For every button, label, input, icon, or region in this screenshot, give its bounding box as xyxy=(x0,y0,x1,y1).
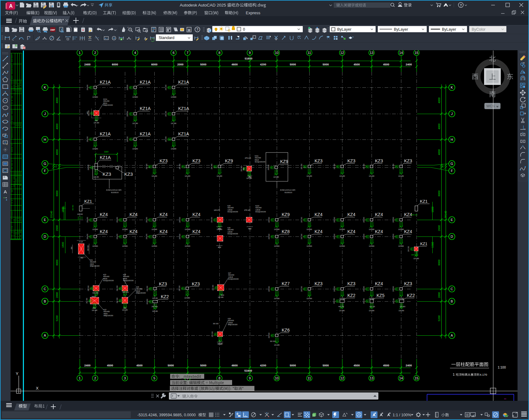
svg-text:325 225: 325 225 xyxy=(122,291,129,293)
svg-text:3: 3 xyxy=(124,376,126,380)
svg-text:KZ4: KZ4 xyxy=(375,212,383,217)
svg-text:KZ4: KZ4 xyxy=(375,281,383,286)
svg-text:12Φ18: 12Φ18 xyxy=(228,322,233,324)
svg-text:200 200: 200 200 xyxy=(146,234,148,239)
svg-text:KZ1A: KZ1A xyxy=(178,106,189,111)
svg-text:8Φ18: 8Φ18 xyxy=(136,290,140,292)
svg-text:51600: 51600 xyxy=(245,57,252,60)
svg-text:4000: 4000 xyxy=(55,123,59,129)
svg-text:10: 10 xyxy=(275,51,279,55)
svg-text:120 280: 120 280 xyxy=(274,298,280,299)
svg-text:Φ10@100/200: Φ10@100/200 xyxy=(227,233,238,235)
svg-text:KZ4: KZ4 xyxy=(192,212,201,217)
svg-text:KZ1A: KZ1A xyxy=(140,131,151,136)
svg-text:120 280: 120 280 xyxy=(339,310,345,312)
svg-text:KZ1A: KZ1A xyxy=(140,106,151,111)
svg-text:340: 340 xyxy=(442,165,444,168)
svg-text:Φ10@100/200: Φ10@100/200 xyxy=(103,280,114,281)
svg-text:K: K xyxy=(451,86,453,89)
svg-text:200 200: 200 200 xyxy=(333,217,335,223)
svg-text:4Φ25: 4Φ25 xyxy=(104,313,108,315)
svg-text:200 200: 200 200 xyxy=(86,298,88,303)
svg-text:4500: 4500 xyxy=(136,364,143,367)
svg-text:200 200: 200 200 xyxy=(179,217,181,223)
svg-text:?: ? xyxy=(196,28,198,31)
svg-text:400: 400 xyxy=(95,120,98,122)
svg-text:120 280: 120 280 xyxy=(398,298,404,299)
svg-text:200 200: 200 200 xyxy=(392,164,394,169)
svg-text:KZ2: KZ2 xyxy=(347,293,355,298)
svg-text:▦: ▦ xyxy=(187,28,190,32)
svg-text:13: 13 xyxy=(370,376,373,380)
svg-text:2000: 2000 xyxy=(177,63,183,66)
svg-text:120 280: 120 280 xyxy=(92,309,97,311)
svg-text:200 200: 200 200 xyxy=(86,136,88,142)
svg-text:200 200: 200 200 xyxy=(333,234,335,239)
svg-text:200 200: 200 200 xyxy=(301,164,302,169)
svg-text:120 280: 120 280 xyxy=(306,245,312,247)
svg-text:200 200: 200 200 xyxy=(165,85,167,90)
svg-text:120 280: 120 280 xyxy=(132,96,138,98)
svg-text:KZ1A: KZ1A xyxy=(100,131,111,136)
svg-text:200 200: 200 200 xyxy=(392,234,394,239)
svg-text:200 200: 200 200 xyxy=(179,285,180,291)
svg-text:KZ3: KZ3 xyxy=(404,158,412,163)
svg-text:400x500: 400x500 xyxy=(228,274,234,276)
svg-text:J: J xyxy=(44,112,46,116)
svg-text:KZ2: KZ2 xyxy=(104,309,107,311)
svg-text:120 280: 120 280 xyxy=(92,245,98,247)
svg-text:8Φ16: 8Φ16 xyxy=(103,102,107,104)
svg-text:120 280: 120 280 xyxy=(92,148,98,150)
svg-text:200 200: 200 200 xyxy=(86,217,88,223)
svg-text:KZ3: KZ3 xyxy=(160,158,168,163)
svg-text:400 250: 400 250 xyxy=(338,306,344,307)
svg-text:400x400: 400x400 xyxy=(103,276,109,277)
svg-text:200 200: 200 200 xyxy=(116,234,118,239)
svg-text:300 300: 300 300 xyxy=(270,340,276,342)
svg-text:A: A xyxy=(4,189,7,194)
svg-text:12Φ18: 12Φ18 xyxy=(255,209,260,211)
svg-text:200 200: 200 200 xyxy=(240,166,242,171)
svg-text:KZ4: KZ4 xyxy=(404,212,412,217)
svg-text:ByLayer: ByLayer xyxy=(442,27,456,32)
svg-text:200 200: 200 200 xyxy=(408,246,409,252)
svg-text:400 400: 400 400 xyxy=(87,245,89,251)
svg-text:200 200: 200 200 xyxy=(363,298,365,304)
svg-text:460: 460 xyxy=(248,176,252,178)
svg-text:KZ4: KZ4 xyxy=(130,212,138,217)
svg-text:KZ6: KZ6 xyxy=(227,227,231,229)
svg-text:120 280: 120 280 xyxy=(369,298,374,299)
svg-text:14: 14 xyxy=(399,51,403,55)
svg-text:5000: 5000 xyxy=(200,63,206,66)
svg-text:Y: Y xyxy=(16,371,19,376)
svg-text:KZ6: KZ6 xyxy=(282,328,290,333)
svg-text:4000: 4000 xyxy=(55,97,59,103)
svg-text:400: 400 xyxy=(86,111,88,114)
svg-text:200 200: 200 200 xyxy=(268,234,270,239)
svg-text:340: 340 xyxy=(55,165,57,168)
svg-text:200 200: 200 200 xyxy=(126,85,128,90)
svg-text:600: 600 xyxy=(218,343,222,345)
svg-text:KZ1A: KZ1A xyxy=(103,98,108,100)
svg-text:KZ3: KZ3 xyxy=(315,158,323,163)
svg-text:200 200: 200 200 xyxy=(363,217,365,223)
svg-text:15: 15 xyxy=(415,51,418,55)
svg-text:KZ9: KZ9 xyxy=(227,205,231,207)
svg-text:Φ8@100/200: Φ8@100/200 xyxy=(104,315,113,316)
svg-text:KZ4: KZ4 xyxy=(315,229,323,234)
svg-text:D: D xyxy=(44,235,46,238)
svg-text:200 200: 200 200 xyxy=(165,136,167,142)
svg-text:450x600: 450x600 xyxy=(90,261,96,263)
svg-text:4500: 4500 xyxy=(383,63,389,66)
svg-text:ByLayer: ByLayer xyxy=(337,27,351,32)
svg-text:KZ3: KZ3 xyxy=(124,171,133,177)
svg-text:400x400: 400x400 xyxy=(227,207,234,209)
svg-text:200 200: 200 200 xyxy=(146,164,148,169)
svg-text:120 280: 120 280 xyxy=(339,175,345,177)
svg-text:Φ10@100/200: Φ10@100/200 xyxy=(255,211,266,213)
svg-text:B: B xyxy=(451,299,453,303)
svg-text:1800: 1800 xyxy=(61,242,64,248)
svg-text:120 330: 120 330 xyxy=(77,213,83,215)
svg-text:120 280: 120 280 xyxy=(132,122,138,124)
svg-text:2600: 2600 xyxy=(55,225,59,231)
